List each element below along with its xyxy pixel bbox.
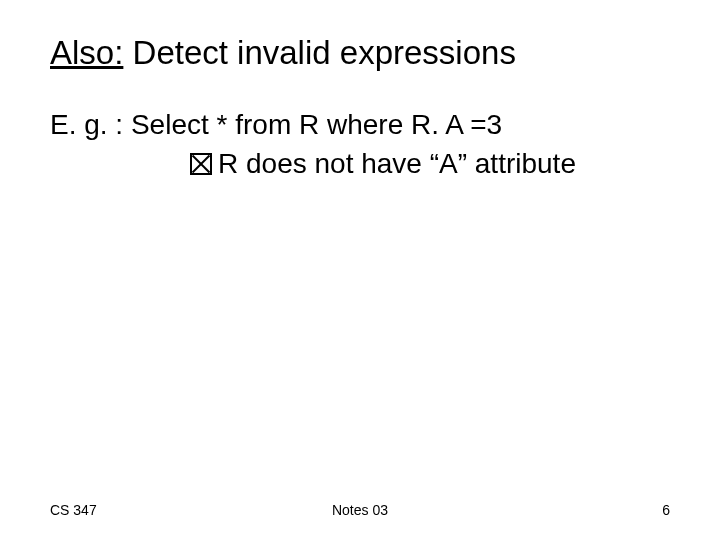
title-underlined: Also: <box>50 34 123 71</box>
footer-center: Notes 03 <box>332 502 388 518</box>
page-number: 6 <box>662 502 670 518</box>
slide-body: E. g. : Select * from R where R. A =3 R … <box>50 107 670 182</box>
body-line-2-text: R does not have “A” attribute <box>218 148 576 179</box>
body-line-2: R does not have “A” attribute <box>50 146 670 182</box>
slide-title: Also: Detect invalid expressions <box>50 32 670 73</box>
footer-left: CS 347 <box>50 502 97 518</box>
error-box-icon <box>190 153 212 175</box>
slide: Also: Detect invalid expressions E. g. :… <box>0 0 720 540</box>
body-line-1: E. g. : Select * from R where R. A =3 <box>50 107 670 143</box>
slide-footer: CS 347 Notes 03 6 <box>0 502 720 518</box>
title-rest: Detect invalid expressions <box>123 34 516 71</box>
